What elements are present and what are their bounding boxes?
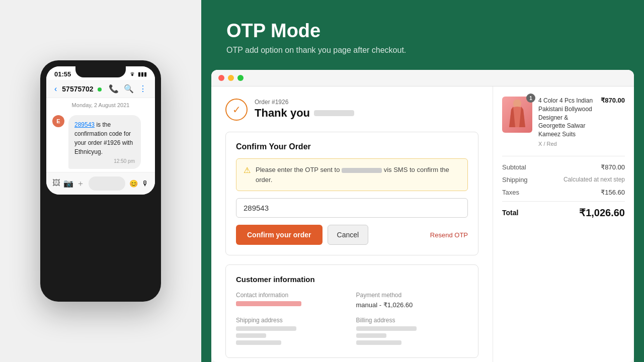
contact-label: Contact information bbox=[236, 292, 348, 299]
phone-frame: 01:55 ▮▮▮ ‹ 57575702 📞 🔍 ⋮ bbox=[40, 60, 161, 302]
search-icon[interactable]: 🔍 bbox=[124, 84, 134, 94]
otp-code: 289543 bbox=[74, 121, 95, 128]
photo-icon[interactable]: 🖼 bbox=[52, 178, 60, 189]
order-number: Order #1926 bbox=[255, 99, 354, 106]
check-circle: ✓ bbox=[225, 99, 248, 121]
phone-status-icons: ▮▮▮ bbox=[129, 71, 147, 77]
cancel-button[interactable]: Cancel bbox=[328, 225, 369, 245]
browser-body: ✓ Order #1926 Thank you Confirm Your Ord… bbox=[211, 86, 634, 362]
phone-screen: 01:55 ▮▮▮ ‹ 57575702 📞 🔍 ⋮ bbox=[46, 66, 155, 195]
payment-label: Payment method bbox=[356, 292, 468, 299]
shipping-section: Shipping address bbox=[236, 317, 348, 347]
order-header: ✓ Order #1926 Thank you bbox=[225, 99, 478, 121]
confirm-order-box: Confirm Your Order ⚠ Please enter the OT… bbox=[225, 132, 478, 255]
avatar: E bbox=[52, 115, 64, 127]
billing-section: Billing address bbox=[356, 317, 468, 347]
minimize-dot[interactable] bbox=[228, 75, 234, 81]
taxes-row: Taxes ₹156.60 bbox=[502, 189, 625, 196]
browser-window: ✓ Order #1926 Thank you Confirm Your Ord… bbox=[211, 70, 634, 362]
taxes-label: Taxes bbox=[502, 189, 519, 196]
checkout-main: ✓ Order #1926 Thank you Confirm Your Ord… bbox=[211, 86, 493, 362]
customer-info-box: Customer information Contact information… bbox=[225, 264, 478, 358]
info-grid: Contact information Payment method manua… bbox=[236, 292, 468, 347]
product-variant: X / Red bbox=[538, 141, 595, 147]
product-name: 4 Color 4 Pcs Indian Pakistani Bollywood… bbox=[538, 97, 595, 139]
alert-text: Please enter the OTP sent to vis SMS to … bbox=[256, 165, 460, 185]
divider bbox=[502, 156, 625, 156]
message-time: 12:50 pm bbox=[74, 158, 135, 164]
right-header: OTP Mode OTP add option on thank you pag… bbox=[201, 0, 644, 70]
phone-contact: 57575702 bbox=[62, 85, 104, 93]
confirm-order-button[interactable]: Confirm your order bbox=[236, 225, 323, 245]
taxes-value: ₹156.60 bbox=[601, 189, 625, 196]
customer-info-title: Customer information bbox=[236, 275, 468, 284]
phone-blur bbox=[342, 168, 382, 173]
back-icon[interactable]: ‹ bbox=[54, 84, 57, 94]
browser-container: ✓ Order #1926 Thank you Confirm Your Ord… bbox=[211, 70, 634, 362]
total-row: Total ₹1,026.60 bbox=[502, 201, 625, 219]
call-icon[interactable]: 📞 bbox=[109, 84, 119, 94]
add-icon[interactable]: ＋ bbox=[76, 178, 85, 189]
billing-line1 bbox=[356, 326, 417, 331]
browser-titlebar bbox=[211, 70, 634, 86]
resend-otp-button[interactable]: Resend OTP bbox=[430, 231, 468, 239]
shipping-line2 bbox=[236, 333, 266, 338]
contact-section: Contact information bbox=[236, 292, 348, 309]
close-dot[interactable] bbox=[218, 75, 224, 81]
product-qty-badge: 1 bbox=[526, 94, 535, 103]
wifi-icon bbox=[129, 72, 136, 77]
shipping-summary-value: Calculated at next step bbox=[564, 176, 625, 183]
phone-input-bar: 🖼 📷 ＋ 😊 🎙 bbox=[46, 172, 155, 195]
message-text: 289543 is the confirmation code for your… bbox=[74, 120, 135, 156]
message-date: Monday, 2 August 2021 bbox=[46, 98, 155, 112]
phone-action-icons[interactable]: 📞 🔍 ⋮ bbox=[109, 84, 147, 94]
left-panel: 01:55 ▮▮▮ ‹ 57575702 📞 🔍 ⋮ bbox=[0, 0, 201, 362]
order-summary: 1 4 Color 4 Pcs Indian Pakistani Bollywo… bbox=[493, 86, 634, 362]
total-label: Total bbox=[502, 209, 518, 217]
phone-time: 01:55 bbox=[54, 70, 71, 78]
warning-icon: ⚠ bbox=[244, 165, 251, 175]
payment-section: Payment method manual - ₹1,026.60 bbox=[356, 292, 468, 309]
dress-illustration bbox=[507, 100, 527, 130]
subtotal-row: Subtotal ₹870.00 bbox=[502, 163, 625, 171]
shipping-label: Shipping address bbox=[236, 317, 348, 324]
online-indicator bbox=[98, 87, 102, 92]
shipping-summary-label: Shipping bbox=[502, 176, 528, 184]
otp-alert: ⚠ Please enter the OTP sent to vis SMS t… bbox=[236, 158, 468, 191]
billing-line3 bbox=[356, 340, 401, 345]
billing-label: Billing address bbox=[356, 317, 468, 324]
camera-icon[interactable]: 📷 bbox=[63, 178, 73, 189]
confirm-actions: Confirm your order Cancel Resend OTP bbox=[236, 225, 468, 245]
otp-input[interactable] bbox=[236, 198, 468, 218]
order-thank: Thank you bbox=[255, 107, 354, 120]
subtotal-label: Subtotal bbox=[502, 163, 526, 171]
shipping-line3 bbox=[236, 340, 281, 345]
message-bubble: 289543 is the confirmation code for your… bbox=[68, 115, 141, 169]
confirm-box-title: Confirm Your Order bbox=[236, 142, 468, 151]
payment-value: manual - ₹1,026.60 bbox=[356, 301, 468, 309]
right-panel: OTP Mode OTP add option on thank you pag… bbox=[201, 0, 644, 362]
order-title-block: Order #1926 Thank you bbox=[255, 99, 354, 120]
subtotal-value: ₹870.00 bbox=[601, 163, 625, 171]
message-area: E 289543 is the confirmation code for yo… bbox=[46, 112, 155, 172]
maximize-dot[interactable] bbox=[237, 75, 244, 81]
product-details: 4 Color 4 Pcs Indian Pakistani Bollywood… bbox=[538, 97, 595, 147]
more-icon[interactable]: ⋮ bbox=[139, 84, 147, 94]
product-price: ₹870.00 bbox=[601, 97, 625, 104]
sticker-icon[interactable]: 😊 bbox=[129, 179, 138, 188]
page-title: OTP Mode bbox=[226, 20, 619, 42]
product-image-wrap: 1 bbox=[502, 97, 532, 133]
message-item: E 289543 is the confirmation code for yo… bbox=[52, 115, 149, 169]
input-icons[interactable]: 🖼 📷 ＋ bbox=[52, 178, 85, 189]
battery-icon: ▮▮▮ bbox=[138, 71, 147, 77]
shipping-row: Shipping Calculated at next step bbox=[502, 176, 625, 184]
phone-notch bbox=[75, 66, 126, 77]
shipping-line1 bbox=[236, 326, 296, 331]
product-image bbox=[502, 97, 532, 133]
mic-icon[interactable]: 🎙 bbox=[142, 179, 149, 188]
email-blur bbox=[236, 301, 301, 306]
total-value: ₹1,026.60 bbox=[579, 207, 625, 219]
message-input[interactable] bbox=[89, 176, 125, 191]
product-item: 1 4 Color 4 Pcs Indian Pakistani Bollywo… bbox=[502, 97, 625, 147]
billing-line2 bbox=[356, 333, 386, 338]
